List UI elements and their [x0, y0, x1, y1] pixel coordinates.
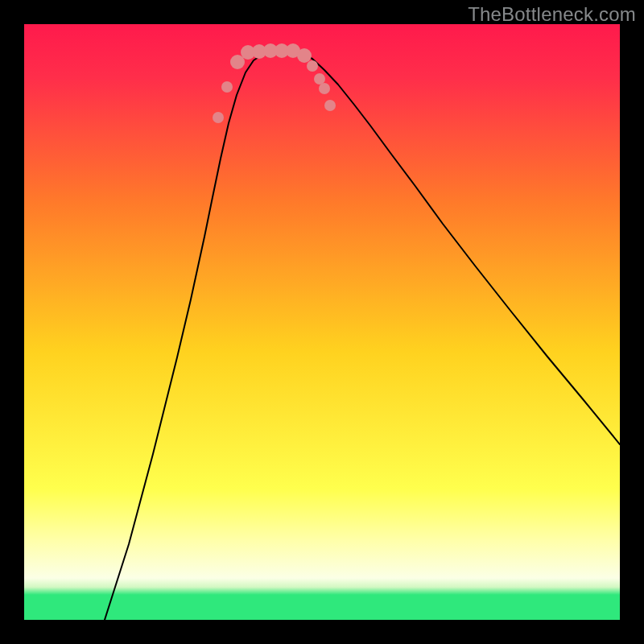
marker-dot	[297, 48, 312, 63]
chart-svg	[24, 24, 620, 620]
marker-dot	[213, 112, 224, 123]
chart-bg	[24, 24, 620, 620]
marker-dot	[314, 73, 325, 85]
watermark-text: TheBottleneck.com	[468, 3, 636, 26]
chart-frame	[24, 24, 620, 620]
marker-dot	[324, 100, 336, 111]
marker-dot	[307, 60, 318, 72]
marker-dot	[221, 81, 233, 93]
marker-dot	[319, 83, 330, 94]
